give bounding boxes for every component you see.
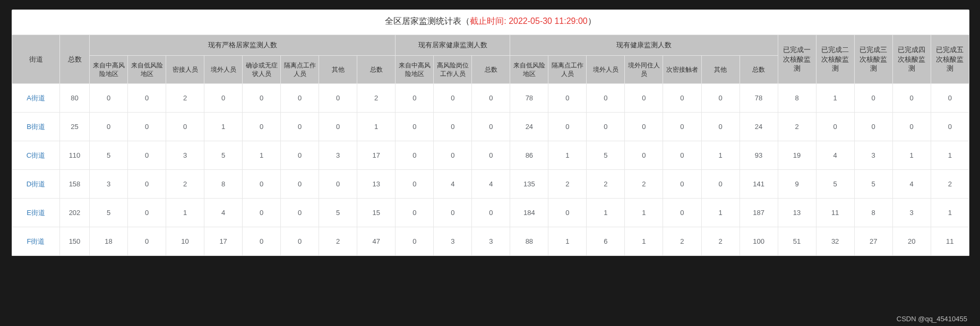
data-cell: 3 xyxy=(319,141,357,169)
data-cell: 0 xyxy=(166,112,204,141)
th-tail2: 已完成三次核酸监测 xyxy=(854,35,892,84)
data-cell: 0 xyxy=(625,112,663,141)
data-cell: 3 xyxy=(90,169,128,198)
street-cell[interactable]: D街道 xyxy=(12,169,60,198)
data-cell: 0 xyxy=(587,83,625,112)
data-cell: 0 xyxy=(701,112,740,141)
data-cell: 0 xyxy=(281,83,319,112)
data-cell: 0 xyxy=(243,169,281,198)
th-street: 街道 xyxy=(12,35,60,84)
data-cell: 0 xyxy=(854,83,892,112)
data-cell: 4 xyxy=(472,169,510,198)
data-cell: 17 xyxy=(357,141,396,169)
data-cell: 2 xyxy=(587,169,625,198)
street-cell[interactable]: A街道 xyxy=(12,83,60,112)
table-row: F街道1501801017002470338816122100513227201… xyxy=(12,227,969,255)
data-cell: 2 xyxy=(166,83,204,112)
data-cell: 9 xyxy=(778,169,816,198)
data-cell: 0 xyxy=(281,198,319,227)
street-cell[interactable]: C街道 xyxy=(12,141,60,169)
data-cell: 0 xyxy=(663,198,701,227)
th-sub: 次密接触者 xyxy=(663,55,701,83)
street-cell[interactable]: E街道 xyxy=(12,198,60,227)
data-cell: 0 xyxy=(548,112,587,141)
data-cell: 1 xyxy=(701,198,740,227)
street-cell[interactable]: B街道 xyxy=(12,112,60,141)
data-cell: 19 xyxy=(778,141,816,169)
data-cell: 5 xyxy=(319,198,357,227)
data-cell: 1 xyxy=(931,198,969,227)
data-cell: 0 xyxy=(434,141,472,169)
data-cell: 0 xyxy=(90,112,128,141)
data-cell: 0 xyxy=(854,112,892,141)
data-cell: 5 xyxy=(816,169,854,198)
data-cell: 0 xyxy=(396,141,434,169)
data-cell: 0 xyxy=(931,112,969,141)
data-cell: 150 xyxy=(60,227,90,255)
data-cell: 1 xyxy=(548,141,587,169)
data-cell: 8 xyxy=(854,198,892,227)
data-cell: 0 xyxy=(663,141,701,169)
data-cell: 0 xyxy=(319,83,357,112)
data-cell: 0 xyxy=(548,198,587,227)
title-timestamp: 截止时间: 2022-05-30 11:29:00 xyxy=(470,16,587,25)
data-cell: 5 xyxy=(587,141,625,169)
data-cell: 2 xyxy=(701,227,740,255)
data-cell: 24 xyxy=(740,112,778,141)
data-cell: 3 xyxy=(166,141,204,169)
data-cell: 135 xyxy=(510,169,548,198)
data-cell: 100 xyxy=(740,227,778,255)
data-cell: 0 xyxy=(663,169,701,198)
data-cell: 4 xyxy=(892,169,931,198)
data-cell: 0 xyxy=(472,141,510,169)
data-cell: 32 xyxy=(816,227,854,255)
data-cell: 0 xyxy=(434,112,472,141)
th-tail0: 已完成一次核酸监测 xyxy=(778,35,816,84)
data-cell: 47 xyxy=(357,227,396,255)
data-cell: 17 xyxy=(204,227,243,255)
data-cell: 3 xyxy=(854,141,892,169)
data-cell: 0 xyxy=(701,83,740,112)
data-cell: 3 xyxy=(892,198,931,227)
data-cell: 0 xyxy=(434,83,472,112)
data-cell: 0 xyxy=(663,112,701,141)
data-cell: 4 xyxy=(434,169,472,198)
table-row: E街道202501400515000184011011871311831 xyxy=(12,198,969,227)
data-cell: 2 xyxy=(625,169,663,198)
table-row: D街道1583028000130441352220014195542 xyxy=(12,169,969,198)
data-cell: 8 xyxy=(204,169,243,198)
data-cell: 187 xyxy=(740,198,778,227)
data-cell: 13 xyxy=(357,169,396,198)
data-cell: 0 xyxy=(396,83,434,112)
data-cell: 18 xyxy=(90,227,128,255)
data-cell: 141 xyxy=(740,169,778,198)
data-cell: 1 xyxy=(931,141,969,169)
data-cell: 27 xyxy=(854,227,892,255)
table-row: A街道800020000200078000007881000 xyxy=(12,83,969,112)
street-cell[interactable]: F街道 xyxy=(12,227,60,255)
data-cell: 2 xyxy=(166,169,204,198)
report-title: 全区居家监测统计表（截止时间: 2022-05-30 11:29:00） xyxy=(12,10,969,35)
data-cell: 0 xyxy=(396,169,434,198)
title-prefix: 全区居家监测统计表（ xyxy=(385,16,470,25)
data-cell: 11 xyxy=(816,198,854,227)
data-cell: 0 xyxy=(204,83,243,112)
data-cell: 78 xyxy=(740,83,778,112)
data-cell: 0 xyxy=(319,112,357,141)
data-cell: 0 xyxy=(243,112,281,141)
data-cell: 1 xyxy=(166,198,204,227)
data-cell: 2 xyxy=(778,112,816,141)
data-cell: 0 xyxy=(548,83,587,112)
data-cell: 25 xyxy=(60,112,90,141)
th-sub: 来自低风险地区 xyxy=(128,55,166,83)
data-cell: 1 xyxy=(816,83,854,112)
data-cell: 0 xyxy=(625,141,663,169)
data-cell: 3 xyxy=(434,227,472,255)
data-cell: 2 xyxy=(357,83,396,112)
data-cell: 0 xyxy=(663,83,701,112)
th-sub: 来自低风险地区 xyxy=(510,55,548,83)
data-cell: 0 xyxy=(816,112,854,141)
data-cell: 93 xyxy=(740,141,778,169)
title-suffix: ） xyxy=(588,16,596,25)
data-cell: 202 xyxy=(60,198,90,227)
